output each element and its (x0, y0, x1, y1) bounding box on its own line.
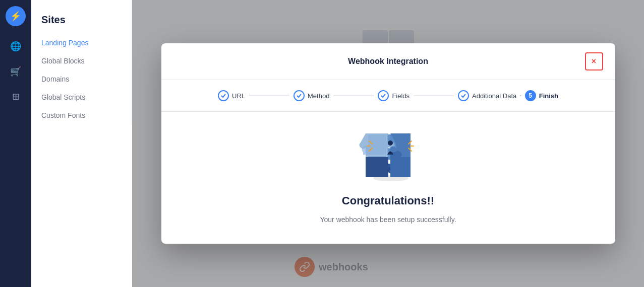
step-finish-icon: 5 (525, 90, 536, 101)
close-icon: × (592, 57, 596, 66)
modal-close-button[interactable]: × (585, 52, 603, 70)
step-additional-data-icon (458, 90, 469, 101)
step-fields: Fields (378, 90, 409, 101)
step-additional-data-label: Additional Data (472, 92, 516, 100)
svg-point-7 (388, 140, 393, 146)
modal-header: Webhook Integration × (161, 43, 615, 80)
step-finish-label: Finish (539, 92, 558, 100)
step-fields-label: Fields (392, 92, 409, 100)
sidebar-item-custom-fonts[interactable]: Custom Fonts (31, 106, 132, 124)
sidebar-title: Sites (31, 8, 132, 34)
sidebar-item-domains[interactable]: Domains (31, 70, 132, 88)
step-finish: 5 Finish (525, 90, 558, 101)
step-line-2 (333, 96, 374, 96)
step-method-icon (294, 90, 305, 101)
step-method: Method (294, 90, 329, 101)
congrats-title: Congratulations!! (342, 194, 434, 207)
icon-bar: ⚡ 🌐 🛒 ⊞ (0, 0, 31, 287)
puzzle-illustration (358, 127, 419, 182)
step-line-1 (249, 96, 289, 96)
steps-container: URL Method (161, 80, 615, 112)
congrats-subtitle: Your webhook has been setup successfully… (320, 216, 456, 224)
modal-overlay: Webhook Integration × URL (132, 0, 644, 287)
cart-icon[interactable]: 🛒 (6, 61, 26, 82)
step-method-label: Method (308, 92, 329, 100)
sidebar-item-global-blocks[interactable]: Global Blocks (31, 52, 132, 70)
step-line-3 (414, 96, 454, 96)
modal: Webhook Integration × URL (161, 43, 615, 244)
step-dot: · (519, 91, 521, 100)
step-additional-data: Additional Data (458, 90, 516, 101)
app-logo[interactable]: ⚡ (6, 6, 26, 26)
step-fields-icon (378, 90, 389, 101)
sidebar-item-global-scripts[interactable]: Global Scripts (31, 88, 132, 106)
grid-icon[interactable]: ⊞ (6, 87, 26, 107)
modal-body: Congratulations!! Your webhook has been … (161, 112, 615, 244)
modal-title: Webhook Integration (192, 57, 585, 66)
step-url: URL (218, 90, 245, 101)
step-url-label: URL (232, 92, 245, 100)
main-content: Looks like you haven't connected any app… (132, 0, 644, 287)
sidebar-item-landing-pages[interactable]: Landing Pages (31, 34, 132, 52)
sidebar: Sites Landing Pages Global Blocks Domain… (31, 0, 132, 124)
globe-icon[interactable]: 🌐 (6, 36, 26, 56)
step-url-icon (218, 90, 229, 101)
